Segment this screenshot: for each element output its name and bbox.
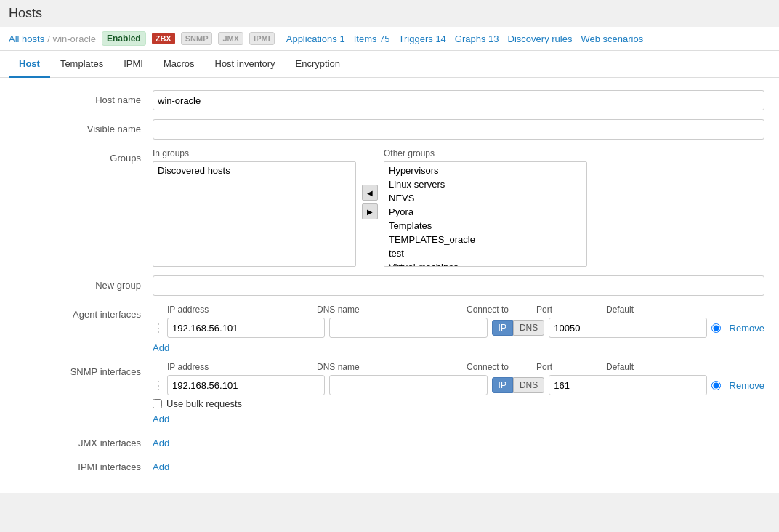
- snmp-default-radio: [711, 381, 721, 390]
- discovery-rules-link[interactable]: Discovery rules: [508, 33, 573, 44]
- agent-interface-row: ⋮⋮ IP DNS Remove: [153, 318, 764, 338]
- host-name-label: Host name: [15, 90, 153, 105]
- ipmi-interfaces-label: IPMI interfaces: [15, 457, 153, 472]
- snmp-col-default-label: Default: [606, 362, 634, 372]
- col-port-label: Port: [536, 305, 602, 315]
- snmp-col-port-label: Port: [536, 362, 602, 372]
- snmp-default-radio-input[interactable]: [711, 381, 721, 390]
- ipmi-badge[interactable]: IPMI: [249, 32, 275, 45]
- snmp-col-headers: IP address DNS name Connect to Port Defa…: [153, 362, 764, 372]
- tab-ipmi[interactable]: IPMI: [113, 51, 153, 78]
- all-hosts-link[interactable]: All hosts: [9, 33, 44, 44]
- in-groups-label: In groups: [153, 148, 356, 158]
- host-name-input[interactable]: [153, 90, 764, 110]
- use-bulk-label: Use bulk requests: [166, 398, 242, 409]
- agent-col-headers: IP address DNS name Connect to Port Defa…: [153, 305, 764, 315]
- groups-container: In groups Discovered hosts ◀ ▶ Other gro…: [153, 148, 764, 267]
- snmp-interfaces-label: SNMP interfaces: [15, 362, 153, 377]
- agent-interfaces-row: Agent interfaces IP address DNS name Con…: [15, 305, 764, 353]
- snmp-interfaces-row: SNMP interfaces IP address DNS name Conn…: [15, 362, 764, 424]
- applications-link[interactable]: Applications 1: [286, 33, 345, 44]
- snmp-drag-handle: ⋮⋮: [153, 379, 163, 392]
- snmp-dns-toggle[interactable]: DNS: [513, 377, 544, 393]
- breadcrumb-current: win-oracle: [53, 33, 96, 44]
- snmp-badge[interactable]: SNMP: [181, 32, 213, 45]
- col-dns-label: DNS name: [317, 305, 462, 315]
- breadcrumb-separator: /: [47, 33, 50, 44]
- ipmi-interfaces-row: IPMI interfaces Add: [15, 457, 764, 472]
- col-connect-label: Connect to: [467, 305, 532, 315]
- snmp-col-ip-label: IP address: [167, 362, 312, 372]
- agent-dns-input[interactable]: [329, 318, 487, 338]
- jmx-interfaces-row: JMX interfaces Add: [15, 433, 764, 448]
- new-group-content: [153, 275, 764, 296]
- agent-connect-toggle: IP DNS: [492, 320, 545, 336]
- tab-macros[interactable]: Macros: [153, 51, 205, 78]
- groups-label: Groups: [15, 148, 153, 164]
- host-name-row: Host name: [15, 90, 764, 110]
- other-groups-select[interactable]: Hypervisors Linux servers NEVS Pyora Tem…: [384, 161, 587, 267]
- new-group-row: New group: [15, 275, 764, 296]
- use-bulk-row: Use bulk requests: [153, 398, 764, 409]
- agent-default-radio: [711, 323, 721, 333]
- agent-ip-input[interactable]: [167, 318, 325, 338]
- snmp-col-dns-label: DNS name: [317, 362, 462, 372]
- other-groups-label: Other groups: [384, 148, 587, 158]
- other-groups-box: Other groups Hypervisors Linux servers N…: [384, 148, 587, 267]
- snmp-connect-toggle: IP DNS: [492, 377, 545, 393]
- agent-add-link[interactable]: Add: [153, 342, 169, 353]
- nav-links: Applications 1 Items 75 Triggers 14 Grap…: [286, 33, 643, 44]
- in-groups-box: In groups Discovered hosts: [153, 148, 356, 267]
- triggers-link[interactable]: Triggers 14: [399, 33, 446, 44]
- status-enabled-badge: Enabled: [102, 31, 146, 46]
- graphs-link[interactable]: Graphs 13: [455, 33, 499, 44]
- snmp-ip-input[interactable]: [167, 375, 325, 395]
- ipmi-interfaces-content: Add: [153, 457, 764, 472]
- snmp-remove-link[interactable]: Remove: [730, 380, 764, 391]
- use-bulk-checkbox[interactable]: [153, 399, 162, 408]
- move-right-button[interactable]: ▶: [362, 203, 378, 219]
- host-name-content: [153, 90, 764, 110]
- snmp-add-link[interactable]: Add: [153, 414, 169, 424]
- new-group-input[interactable]: [153, 275, 764, 296]
- agent-interfaces-label: Agent interfaces: [15, 305, 153, 320]
- snmp-interfaces-content: IP address DNS name Connect to Port Defa…: [153, 362, 764, 424]
- in-groups-select[interactable]: Discovered hosts: [153, 161, 356, 267]
- snmp-ip-toggle[interactable]: IP: [492, 377, 513, 393]
- tab-host-inventory[interactable]: Host inventory: [205, 51, 286, 78]
- ipmi-add-link[interactable]: Add: [153, 462, 169, 472]
- agent-ip-toggle[interactable]: IP: [492, 320, 513, 336]
- tab-templates[interactable]: Templates: [50, 51, 113, 78]
- visible-name-input[interactable]: [153, 119, 764, 140]
- page-title: Hosts: [9, 6, 770, 21]
- snmp-interface-row: ⋮⋮ IP DNS Remove: [153, 375, 764, 395]
- agent-default-radio-input[interactable]: [711, 323, 721, 333]
- tab-host[interactable]: Host: [9, 51, 50, 78]
- col-default-label: Default: [606, 305, 634, 315]
- col-ip-label: IP address: [167, 305, 312, 315]
- jmx-interfaces-content: Add: [153, 433, 764, 448]
- zbx-badge[interactable]: ZBX: [152, 33, 175, 44]
- agent-drag-handle: ⋮⋮: [153, 321, 163, 335]
- visible-name-content: [153, 119, 764, 140]
- agent-remove-link[interactable]: Remove: [730, 323, 764, 334]
- tabs: Host Templates IPMI Macros Host inventor…: [0, 51, 779, 78]
- web-scenarios-link[interactable]: Web scenarios: [581, 33, 643, 44]
- visible-name-label: Visible name: [15, 119, 153, 134]
- snmp-port-input[interactable]: [549, 375, 706, 395]
- tab-encryption[interactable]: Encryption: [286, 51, 350, 78]
- arrow-buttons: ◀ ▶: [362, 148, 378, 219]
- move-left-button[interactable]: ◀: [362, 185, 378, 201]
- jmx-badge[interactable]: JMX: [218, 32, 243, 45]
- snmp-dns-input[interactable]: [329, 375, 487, 395]
- visible-name-row: Visible name: [15, 119, 764, 140]
- agent-dns-toggle[interactable]: DNS: [513, 320, 544, 336]
- agent-interfaces-content: IP address DNS name Connect to Port Defa…: [153, 305, 764, 353]
- form-area: Host name Visible name Groups In groups …: [0, 78, 779, 493]
- jmx-add-link[interactable]: Add: [153, 438, 169, 448]
- breadcrumb: All hosts / win-oracle: [9, 33, 96, 44]
- jmx-interfaces-label: JMX interfaces: [15, 433, 153, 448]
- items-link[interactable]: Items 75: [354, 33, 390, 44]
- agent-port-input[interactable]: [549, 318, 706, 338]
- groups-content: In groups Discovered hosts ◀ ▶ Other gro…: [153, 148, 764, 267]
